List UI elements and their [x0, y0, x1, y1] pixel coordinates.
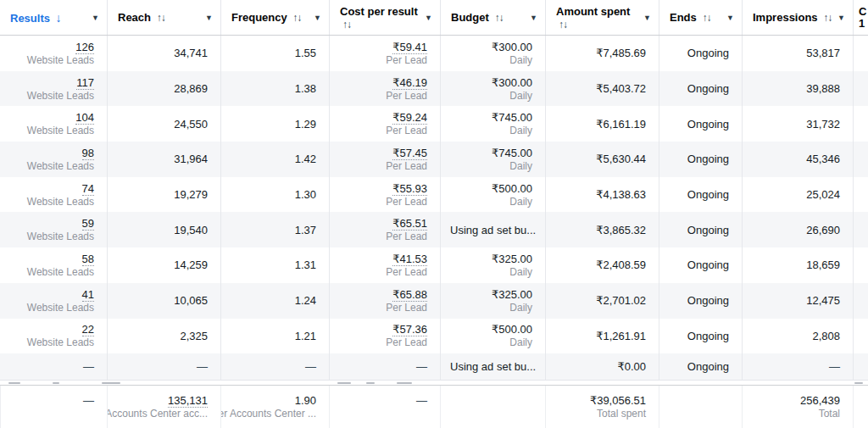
sort-icon[interactable]: ↑↓	[821, 12, 832, 24]
results-value: —	[83, 394, 94, 407]
cell-impressions: 25,024	[742, 177, 853, 213]
cell-frequency: 1.37	[220, 212, 329, 247]
cost-value[interactable]: ₹65.51	[392, 217, 427, 231]
chevron-down-icon[interactable]: ▼	[92, 14, 99, 21]
cost-value[interactable]: ₹65.88	[392, 288, 427, 302]
column-header-budget[interactable]: Budget ↑↓▼	[440, 0, 545, 35]
reach-value[interactable]: 135,131	[168, 394, 208, 408]
chevron-down-icon[interactable]: ▼	[425, 14, 432, 21]
results-value[interactable]: 98	[82, 147, 94, 160]
budget-value: Using ad set bu...	[450, 360, 536, 373]
column-header-impressions[interactable]: Impressions ↑↓▼	[742, 0, 853, 35]
cell-ends: Ongoing	[659, 106, 742, 142]
reach-value: 10,065	[174, 294, 208, 307]
cell-ends: Ongoing	[659, 71, 742, 107]
cell-ends: Ongoing	[659, 36, 742, 71]
cell-budget: ₹745.00Daily	[440, 142, 545, 177]
chevron-down-icon[interactable]: ▼	[314, 14, 321, 21]
column-header-results[interactable]: Results ↓▼	[0, 0, 107, 35]
results-value[interactable]: 126	[75, 41, 94, 54]
chevron-down-icon[interactable]: ▼	[726, 14, 734, 21]
chevron-down-icon[interactable]: ▼	[205, 14, 213, 21]
table-row[interactable]: 117Website Leads28,8691.38₹46.19Per Lead…	[0, 71, 868, 107]
results-value[interactable]: 74	[82, 182, 94, 196]
impressions-value: 18,659	[806, 258, 840, 271]
sort-icon[interactable]: ↑↓	[290, 12, 301, 24]
cost-value[interactable]: ₹41.53	[392, 253, 427, 266]
cell-cost: —	[329, 386, 440, 428]
table-body: 126Website Leads34,7411.55₹59.41Per Lead…	[0, 36, 868, 380]
table-row[interactable]: 126Website Leads34,7411.55₹59.41Per Lead…	[0, 36, 868, 71]
results-value[interactable]: 117	[76, 76, 94, 90]
sort-icon[interactable]: ↑↓	[699, 12, 710, 24]
cell-budget: ₹500.00Daily	[440, 319, 545, 354]
table-row[interactable]: 58Website Leads14,2591.31₹41.53Per Lead₹…	[0, 247, 868, 283]
spent-value: ₹7,485.69	[596, 47, 646, 59]
sort-icon[interactable]: ↓	[53, 11, 62, 25]
reach-sublabel: Accounts Center acc...	[107, 408, 208, 420]
cost-value[interactable]: ₹59.24	[392, 111, 427, 125]
cell-ends: Ongoing	[659, 319, 742, 354]
results-value[interactable]: 41	[82, 288, 94, 302]
column-header-spent[interactable]: Amount spent ↑↓▼	[545, 0, 659, 35]
cell-impressions: 18,659	[742, 247, 853, 283]
spent-sublabel: Total spent	[597, 408, 646, 420]
frequency-value: 1.29	[295, 118, 316, 131]
cost-value[interactable]: ₹55.93	[392, 182, 427, 196]
results-value[interactable]: 22	[82, 323, 94, 336]
cost-value: —	[416, 394, 427, 407]
table-row[interactable]: 98Website Leads31,9641.42₹57.45Per Lead₹…	[0, 142, 868, 177]
cell-budget: ₹325.00Daily	[440, 247, 545, 283]
chevron-down-icon[interactable]: ▼	[530, 14, 537, 21]
column-header-ends[interactable]: Ends ↑↓▼	[659, 0, 742, 35]
cell-reach: 31,964	[107, 142, 220, 177]
sort-icon[interactable]: ↑↓	[340, 19, 351, 31]
budget-sublabel: Daily	[509, 336, 532, 349]
chevron-down-icon[interactable]: ▼	[837, 14, 845, 21]
cost-value[interactable]: ₹57.45	[392, 147, 427, 160]
sort-icon[interactable]: ↑↓	[154, 12, 165, 24]
cell-reach: 14,259	[107, 247, 220, 283]
cell-clipped	[853, 106, 868, 142]
results-value[interactable]: 104	[75, 111, 94, 125]
cell-frequency: —	[220, 353, 329, 380]
cell-budget: Using ad set bu...	[440, 353, 545, 380]
table-row[interactable]: 104Website Leads24,5501.29₹59.24Per Lead…	[0, 106, 868, 142]
spent-value: ₹4,138.63	[596, 188, 646, 201]
chevron-down-icon[interactable]: ▼	[643, 14, 651, 21]
frequency-value: 1.42	[295, 153, 316, 165]
frequency-value: —	[305, 360, 316, 373]
cost-sublabel: Per Lead	[386, 231, 427, 243]
impressions-value: 39,888	[806, 82, 840, 95]
column-header-frequency[interactable]: Frequency ↑↓▼	[220, 0, 329, 35]
sort-icon[interactable]: ↑↓	[556, 19, 567, 31]
results-value[interactable]: 58	[82, 253, 94, 266]
cell-clipped	[853, 177, 868, 213]
cell-ends: Ongoing	[659, 177, 742, 213]
cell-clipped	[853, 212, 868, 247]
cell-cost: ₹65.51Per Lead	[329, 212, 440, 247]
budget-value: ₹745.00	[492, 147, 532, 159]
cost-value[interactable]: ₹57.36	[392, 323, 427, 336]
table-row[interactable]: 59Website Leads19,5401.37₹65.51Per LeadU…	[0, 212, 868, 247]
cost-value[interactable]: ₹46.19	[392, 76, 427, 90]
column-header-cost[interactable]: Cost per result ↑↓▼	[329, 0, 440, 35]
cost-sublabel: Per Lead	[386, 54, 427, 67]
table-row[interactable]: 74Website Leads19,2791.30₹55.93Per Lead₹…	[0, 177, 868, 213]
cell-clipped	[853, 386, 868, 428]
cell-spent: ₹5,630.44	[545, 142, 659, 177]
reach-value: 14,259	[174, 258, 208, 271]
cell-ends: Ongoing	[659, 212, 742, 247]
cell-results: 22Website Leads	[0, 319, 107, 354]
cell-results: 117Website Leads	[0, 71, 107, 107]
results-value[interactable]: 59	[82, 217, 94, 231]
sort-icon[interactable]: ↑↓	[492, 12, 503, 24]
table-row[interactable]: 41Website Leads10,0651.24₹65.88Per Lead₹…	[0, 283, 868, 319]
cost-value[interactable]: ₹59.41	[392, 41, 427, 54]
column-header-reach[interactable]: Reach ↑↓▼	[107, 0, 220, 35]
cell-reach: 24,550	[107, 106, 220, 142]
column-header-clipped[interactable]: C1	[853, 0, 868, 35]
table-row[interactable]: 22Website Leads2,3251.21₹57.36Per Lead₹5…	[0, 319, 868, 354]
budget-value: ₹325.00	[492, 288, 532, 301]
table-row[interactable]: ————Using ad set bu...₹0.00Ongoing—	[0, 353, 868, 380]
